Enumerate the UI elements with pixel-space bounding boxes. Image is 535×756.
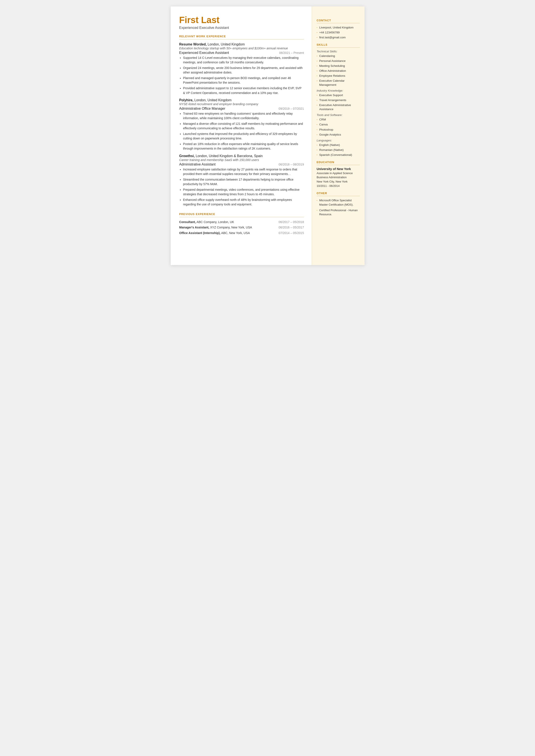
skill-item-0-1: Personal Assistance: [317, 59, 360, 63]
job-description-1: NYSE-listed recruitment and employer bra…: [179, 102, 304, 106]
job-bullet-1-3: Posted an 18% reduction in office expens…: [183, 142, 304, 151]
prev-job-row-0: Consultant, ABC Company, London, UK06/20…: [179, 220, 304, 224]
prev-job-label-1: Manager's Assistant, XYZ Company, New Yo…: [179, 225, 252, 230]
job-description-0: Education technology startup with 50+ em…: [179, 46, 304, 50]
skills-container: Technical Skills:CalendaringPersonal Ass…: [317, 50, 360, 157]
skill-item-0-5: Executive Calendar Management: [317, 79, 360, 87]
other-section-title: OTHER: [317, 192, 360, 195]
job-title-1: Administrative Office Manager: [179, 107, 225, 111]
job-title-0: Experienced Executive Assistant: [179, 51, 229, 55]
job-bullets-1: Trained 83 new employees on handling cus…: [183, 111, 304, 151]
other-item-1: Certified Professional - Human Resource.: [317, 208, 360, 216]
skill-item-1-1: Travel Arrangements: [317, 98, 360, 102]
education-divider: [317, 165, 360, 165]
job-bullet-2-0: Increased employee satisfaction ratings …: [183, 167, 304, 176]
prev-job-row-1: Manager's Assistant, XYZ Company, New Yo…: [179, 225, 304, 230]
skills-divider: [317, 47, 360, 48]
skill-item-0-3: Office Administration: [317, 69, 360, 73]
contact-section-title: CONTACT: [317, 19, 360, 22]
job-company-0: Resume Worded, London, United Kingdom: [179, 42, 304, 46]
contact-item-2: first.last@gmail.com: [317, 35, 360, 40]
job-row-0: Experienced Executive Assistant08/2021 –…: [179, 51, 304, 55]
jobs-container: Resume Worded, London, United KingdomEdu…: [179, 42, 304, 207]
job-row-2: Administrative Assistant06/2018 – 08/201…: [179, 162, 304, 166]
job-bullet-0-0: Supported 14 C-Level executives by manag…: [183, 56, 304, 65]
education-container: University of New YorkAssociate in Appli…: [317, 167, 360, 188]
education-section-title: EDUCATION: [317, 161, 360, 164]
skill-item-3-0: English (Native): [317, 143, 360, 147]
prev-job-label-2: Office Assistant (Internship), ABC, New …: [179, 231, 250, 235]
job-date-1: 09/2019 – 07/2021: [279, 107, 304, 110]
skill-cat-list-0: CalendaringPersonal AssistanceMeeting Sc…: [317, 54, 360, 87]
skill-item-1-0: Executive Support: [317, 93, 360, 97]
skill-cat-label-2: Tools and Software:: [317, 113, 360, 117]
job-bullets-2: Increased employee satisfaction ratings …: [183, 167, 304, 207]
prev-job-label-0: Consultant, ABC Company, London, UK: [179, 220, 234, 224]
skill-cat-label-3: Languages:: [317, 139, 360, 142]
skills-section-title: SKILLS: [317, 43, 360, 46]
prev-job-date-0: 06/2017 – 05/2018: [279, 220, 304, 224]
job-bullet-0-2: Planned and managed quarterly in-person …: [183, 76, 304, 85]
relevant-work-section-title: RELEVANT WORK EXPERIENCE: [179, 35, 304, 38]
resume-container: First Last Experienced Executive Assista…: [171, 7, 365, 265]
skill-item-3-2: Spanish (Conversational): [317, 153, 360, 157]
skill-cat-label-1: Industry Knowledge:: [317, 89, 360, 92]
previous-exp-section-title: PREVIOUS EXPERIENCE: [179, 213, 304, 216]
other-item-0: Microsoft Office Specialist Master Certi…: [317, 198, 360, 207]
contact-item-0: Liverpool, United Kingdom: [317, 25, 360, 30]
relevant-work-divider: [179, 39, 304, 40]
prev-job-row-2: Office Assistant (Internship), ABC, New …: [179, 231, 304, 235]
skill-item-2-2: Photoshop: [317, 127, 360, 132]
skill-item-0-2: Meeting Scheduling: [317, 64, 360, 68]
job-title-2: Administrative Assistant: [179, 162, 216, 166]
skill-item-2-1: Canva: [317, 123, 360, 126]
contact-list: Liverpool, United Kingdom+44 123456789fi…: [317, 25, 360, 40]
job-company-1: Polyhire, London, United Kingdom: [179, 98, 304, 102]
candidate-tagline: Experienced Executive Assistant: [179, 26, 304, 30]
edu-school-0: University of New York: [317, 167, 360, 171]
prev-job-date-1: 06/2016 – 05/2017: [279, 225, 304, 230]
skill-cat-label-0: Technical Skills:: [317, 50, 360, 53]
skill-item-0-4: Employee Relations: [317, 74, 360, 78]
job-bullet-2-2: Prepared departmental meetings, video co…: [183, 187, 304, 197]
job-date-0: 08/2021 – Present: [279, 51, 304, 55]
skill-cat-list-3: English (Native)Romanian (Native)Spanish…: [317, 143, 360, 157]
job-date-2: 06/2018 – 08/2019: [279, 163, 304, 166]
edu-degree-0: Associate in Applied ScienceBusiness Adm…: [317, 171, 360, 188]
job-bullet-0-3: Provided administrative support to 12 se…: [183, 86, 304, 95]
skill-cat-list-2: CRMCanvaPhotoshopGoogle Analytics: [317, 118, 360, 136]
prev-job-date-2: 07/2014 – 05/2015: [279, 231, 304, 235]
job-bullet-0-1: Organized 24 meetings, wrote 200 busines…: [183, 66, 304, 75]
prev-jobs-container: Consultant, ABC Company, London, UK06/20…: [179, 220, 304, 235]
job-bullet-1-0: Trained 83 new employees on handling cus…: [183, 111, 304, 121]
other-container: Microsoft Office Specialist Master Certi…: [317, 198, 360, 216]
skill-item-0-0: Calendaring: [317, 54, 360, 58]
skill-item-2-3: Google Analytics: [317, 132, 360, 137]
job-bullet-1-2: Launched systems that improved the produ…: [183, 132, 304, 141]
skill-item-2-0: CRM: [317, 118, 360, 122]
job-bullet-2-3: Enhanced office supply overheard north o…: [183, 198, 304, 207]
job-company-2: Growthsi, London, United Kingdom & Barce…: [179, 154, 304, 158]
right-column: CONTACT Liverpool, United Kingdom+44 123…: [312, 7, 365, 265]
left-column: First Last Experienced Executive Assista…: [171, 7, 312, 265]
candidate-name: First Last: [179, 15, 304, 25]
skill-item-1-2: Executive Administrative Assistance: [317, 103, 360, 111]
contact-item-1: +44 123456789: [317, 30, 360, 35]
job-description-2: Career training and membership SaaS with…: [179, 158, 304, 162]
skill-cat-list-1: Executive SupportTravel ArrangementsExec…: [317, 93, 360, 111]
skill-item-3-1: Romanian (Native): [317, 148, 360, 152]
contact-divider: [317, 23, 360, 23]
job-bullets-0: Supported 14 C-Level executives by manag…: [183, 56, 304, 95]
job-bullet-2-1: Streamlined the communication between 17…: [183, 177, 304, 186]
job-row-1: Administrative Office Manager09/2019 – 0…: [179, 107, 304, 111]
job-bullet-1-1: Managed a diverse office consisting of 1…: [183, 122, 304, 130]
